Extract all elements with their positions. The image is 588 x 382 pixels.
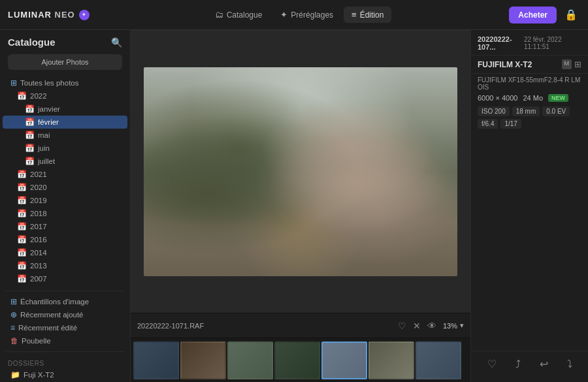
sidebar-item-2020[interactable]: 📅 2020 — [3, 181, 127, 194]
nav-catalogue[interactable]: 🗂 Catalogue — [207, 7, 270, 23]
buy-button[interactable]: Acheter — [509, 7, 557, 24]
year-2013-icon: 📅 — [17, 261, 27, 270]
filmstrip-thumb-5 — [370, 343, 413, 378]
year-2017-label: 2017 — [30, 223, 47, 231]
lock-icon[interactable]: 🔒 — [562, 6, 580, 24]
sidebar-item-juillet[interactable]: 📅 juillet — [3, 155, 127, 168]
rp-bottom-icons: ♡ ⤴ ↩ ⤵ — [471, 351, 588, 377]
rp-dimensions: 6000 × 4000 — [478, 94, 517, 102]
reject-icon[interactable]: ✕ — [413, 321, 421, 331]
filmstrip-item-2[interactable] — [227, 342, 273, 379]
divider-1 — [5, 291, 125, 291]
sidebar-item-2022[interactable]: 📅 2022 — [3, 89, 127, 103]
month-may-label: mai — [38, 131, 50, 139]
recent-edit-label: Récemment édité — [18, 324, 77, 332]
filmstrip-item-1[interactable] — [180, 342, 226, 379]
filmstrip-item-3[interactable] — [274, 342, 320, 379]
right-panel: 20220222-107... 22 févr. 2022 11:11:51 F… — [470, 30, 588, 382]
sidebar-item-echantillons[interactable]: ⊞ Échantillons d'image — [3, 295, 127, 308]
rp-new-badge: NEW — [548, 94, 568, 102]
fuji-label: Fuji X-T2 — [24, 371, 54, 379]
month-jan-label: janvier — [38, 105, 60, 113]
sidebar-search-icon[interactable]: 🔍 — [111, 37, 122, 48]
rp-exif-row: ISO 200 18 mm 0.0 EV f/6.4 1/17 — [471, 104, 588, 133]
sidebar-item-2013[interactable]: 📅 2013 — [3, 259, 127, 272]
rp-camera-row: FUJIFILM X-T2 M ⊞ — [471, 56, 588, 74]
year-2019-label: 2019 — [30, 197, 47, 204]
dossiers-label: Dossiers — [0, 356, 130, 368]
year-2019-icon: 📅 — [17, 196, 27, 205]
zoom-dropdown-icon: ▾ — [460, 321, 464, 330]
filmstrip-thumb-3 — [276, 343, 319, 378]
sidebar-item-juin[interactable]: 📅 juin — [3, 142, 127, 155]
photo-main — [131, 30, 470, 313]
sidebar-item-recent-add[interactable]: ⊕ Récemment ajouté — [3, 308, 127, 321]
rp-date: 22 févr. 2022 11:11:51 — [524, 36, 581, 50]
filmstrip-thumb-6 — [417, 343, 460, 378]
rp-months: 24 Mo — [523, 94, 543, 102]
sidebar-item-janvier[interactable]: 📅 janvier — [3, 103, 127, 116]
filmstrip-item-6[interactable] — [416, 342, 461, 379]
month-jun-icon: 📅 — [25, 144, 35, 153]
sidebar-item-all-photos[interactable]: ⊞ Toutes les photos — [3, 76, 127, 89]
sidebar-item-2019[interactable]: 📅 2019 — [3, 194, 127, 207]
nav-presets[interactable]: ✦ Préréglages — [272, 7, 341, 23]
sidebar-item-2016[interactable]: 📅 2016 — [3, 233, 127, 246]
year-2020-icon: 📅 — [17, 183, 27, 192]
presets-icon: ✦ — [280, 10, 287, 20]
rp-photo-id: 20220222-107... — [478, 35, 524, 51]
all-photos-icon: ⊞ — [10, 78, 17, 88]
year-2016-label: 2016 — [30, 236, 47, 244]
exif-ss: 1/17 — [500, 119, 521, 129]
recent-edit-icon: ≡ — [10, 323, 15, 332]
sidebar-item-fuji[interactable]: 📁 Fuji X-T2 — [3, 368, 127, 381]
rp-share-icon[interactable]: ⤴ — [515, 358, 521, 370]
year-2022-icon: 📅 — [17, 91, 27, 101]
filmstrip-thumb-0 — [135, 343, 178, 378]
photo-filmstrip — [131, 338, 470, 382]
filmstrip-item-5[interactable] — [368, 342, 414, 379]
favorite-icon[interactable]: ♡ — [398, 321, 406, 331]
eye-icon[interactable]: 👁 — [427, 321, 436, 331]
camera-info-icon[interactable]: ⊞ — [574, 59, 581, 69]
sidebar-tree: ⊞ Toutes les photos 📅 2022 📅 janvier 📅 f… — [0, 75, 130, 287]
rp-heart-icon[interactable]: ♡ — [487, 358, 497, 370]
sidebar-item-trash[interactable]: 🗑 Poubelle — [3, 334, 127, 347]
nav-presets-label: Préréglages — [291, 10, 333, 20]
nav-edition[interactable]: ≡ Édition — [344, 7, 391, 23]
filmstrip-thumb-2 — [229, 343, 272, 378]
rp-dims-row: 6000 × 4000 24 Mo NEW — [471, 92, 588, 104]
topbar-right: Acheter 🔒 — [509, 6, 580, 24]
fuji-folder-icon: 📁 — [10, 370, 20, 379]
divider-2 — [5, 351, 125, 352]
rp-undo-icon[interactable]: ↩ — [540, 358, 548, 370]
main-photo — [144, 67, 457, 276]
camera-name: FUJIFILM X-T2 — [478, 60, 532, 69]
add-photos-button[interactable]: Ajouter Photos — [8, 54, 122, 70]
zoom-value: 13% — [443, 322, 457, 330]
year-2013-label: 2013 — [30, 262, 47, 270]
zoom-control[interactable]: 13% ▾ — [443, 321, 464, 330]
topbar: LUMINAR NEO ✦ 🗂 Catalogue ✦ Préréglages … — [0, 0, 588, 30]
sidebar-item-fevrier[interactable]: 📅 février — [3, 116, 127, 129]
sidebar-item-recent-edit[interactable]: ≡ Récemment édité — [3, 321, 127, 334]
year-2007-icon: 📅 — [17, 274, 27, 283]
center-content: 20220222-1071.RAF ♡ ✕ 👁 13% ▾ — [131, 30, 470, 382]
sidebar-item-2018[interactable]: 📅 2018 — [3, 207, 127, 220]
sidebar-item-2017[interactable]: 📅 2017 — [3, 220, 127, 233]
month-jul-label: juillet — [38, 157, 55, 165]
filmstrip-item-0[interactable] — [133, 342, 179, 379]
sidebar-item-2007[interactable]: 📅 2007 — [3, 272, 127, 285]
rp-lens: FUJIFILM XF18-55mmF2.8-4 R LM OIS — [471, 74, 588, 92]
rp-export-icon[interactable]: ⤵ — [567, 358, 572, 370]
sidebar-header: Catalogue 🔍 — [0, 30, 130, 52]
sidebar-item-2021[interactable]: 📅 2021 — [3, 168, 127, 181]
year-2007-label: 2007 — [30, 275, 47, 283]
year-2022-label: 2022 — [30, 92, 47, 100]
sidebar-item-mai[interactable]: 📅 mai — [3, 129, 127, 142]
month-jul-icon: 📅 — [25, 157, 35, 166]
month-may-icon: 📅 — [25, 131, 35, 140]
filmstrip-item-4[interactable] — [321, 342, 367, 379]
sidebar-item-2014[interactable]: 📅 2014 — [3, 246, 127, 259]
ai-badge: ✦ — [79, 10, 90, 20]
